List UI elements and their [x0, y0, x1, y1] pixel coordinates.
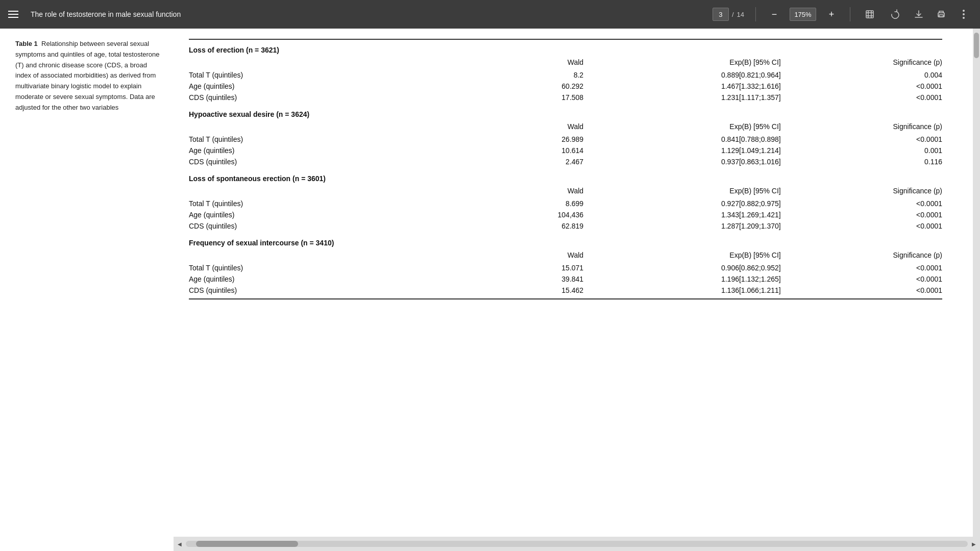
section-title-spontaneous: Loss of spontaneous erection (n = 3601)	[189, 174, 326, 183]
section-header-row: Hypoactive sexual desire (n = 3624)	[189, 103, 942, 120]
page-navigation: / 14	[713, 8, 744, 21]
section-title-loss-erection: Loss of erection (n = 3621)	[189, 46, 279, 54]
table-label: Table 1	[15, 40, 38, 47]
table-row: Total T (quintiles) 8.2 0.889[0.821;0.96…	[189, 69, 942, 81]
table-row: CDS (quintiles) 15.462 1.136[1.066;1.211…	[189, 285, 942, 299]
col-header-row-2: Wald Exp(B) [95% CI] Significance (p)	[189, 120, 942, 134]
table-row: Age (quintiles) 39.841 1.196[1.132;1.265…	[189, 273, 942, 285]
col-expb-2: Exp(B) [95% CI]	[583, 120, 781, 134]
table-row: Total T (quintiles) 26.989 0.841[0.788;0…	[189, 134, 942, 145]
col-sig-3: Significance (p)	[781, 185, 942, 198]
data-table: Loss of erection (n = 3621) Wald Exp(B) …	[189, 39, 942, 299]
page-separator: /	[732, 11, 734, 18]
section-header-row: Frequency of sexual intercourse (n = 341…	[189, 232, 942, 249]
more-options-button[interactable]	[955, 6, 972, 22]
toolbar-right-actions	[911, 6, 972, 22]
page-total: 14	[737, 11, 744, 18]
table-caption-sidebar: Table 1 Relationship between several sex…	[0, 29, 174, 551]
bottom-scrollbar[interactable]: ◀ ▶	[174, 537, 980, 551]
zoom-input[interactable]	[790, 8, 816, 21]
scroll-left-arrow[interactable]: ◀	[176, 539, 184, 549]
page-number-input[interactable]	[713, 8, 729, 21]
col-expb-4: Exp(B) [95% CI]	[583, 249, 781, 262]
right-scrollbar[interactable]	[973, 29, 980, 537]
table-row: Total T (quintiles) 8.699 0.927[0.882;0.…	[189, 198, 942, 209]
rotate-button[interactable]	[886, 6, 902, 22]
col-wald-3: Wald	[440, 185, 583, 198]
print-button[interactable]	[933, 6, 949, 22]
download-button[interactable]	[911, 6, 927, 22]
scrollbar-thumb[interactable]	[974, 33, 979, 58]
col-wald-1: Wald	[440, 56, 583, 69]
section-title-frequency: Frequency of sexual intercourse (n = 341…	[189, 239, 334, 247]
col-wald-2: Wald	[440, 120, 583, 134]
col-expb-1: Exp(B) [95% CI]	[583, 56, 781, 69]
scroll-track[interactable]	[186, 541, 968, 547]
svg-point-3	[963, 10, 965, 12]
zoom-in-button[interactable]: +	[824, 7, 839, 21]
section-title-hypoactive: Hypoactive sexual desire (n = 3624)	[189, 110, 309, 118]
table-row: CDS (quintiles) 17.508 1.231[1.117;1.357…	[189, 92, 942, 103]
divider-2	[850, 7, 850, 21]
document-content: Loss of erection (n = 3621) Wald Exp(B) …	[174, 29, 973, 537]
toolbar: The role of testosterone in male sexual …	[0, 0, 980, 29]
col-sig-1: Significance (p)	[781, 56, 942, 69]
col-sig-2: Significance (p)	[781, 120, 942, 134]
zoom-out-button[interactable]: −	[767, 7, 781, 21]
svg-point-5	[963, 17, 965, 19]
divider-1	[755, 7, 756, 21]
table-caption-text: Relationship between several sexual symp…	[15, 40, 160, 111]
col-wald-4: Wald	[440, 249, 583, 262]
col-expb-3: Exp(B) [95% CI]	[583, 185, 781, 198]
col-header-row-4: Wald Exp(B) [95% CI] Significance (p)	[189, 249, 942, 262]
menu-icon[interactable]	[8, 11, 18, 18]
table-row: CDS (quintiles) 62.819 1.287[1.209;1.370…	[189, 220, 942, 232]
section-header-row: Loss of spontaneous erection (n = 3601)	[189, 167, 942, 185]
table-row: CDS (quintiles) 2.467 0.937[0.863;1.016]…	[189, 156, 942, 167]
col-sig-4: Significance (p)	[781, 249, 942, 262]
table-row: Age (quintiles) 60.292 1.467[1.332;1.616…	[189, 81, 942, 92]
scroll-right-arrow[interactable]: ▶	[970, 539, 978, 549]
scroll-thumb[interactable]	[196, 541, 298, 547]
col-header-row-3: Wald Exp(B) [95% CI] Significance (p)	[189, 185, 942, 198]
section-header-row: Loss of erection (n = 3621)	[189, 39, 942, 56]
document-title: The role of testosterone in male sexual …	[31, 10, 704, 18]
table-row: Age (quintiles) 10.614 1.129[1.049;1.214…	[189, 145, 942, 156]
col-header-row-1: Wald Exp(B) [95% CI] Significance (p)	[189, 56, 942, 69]
table-row: Total T (quintiles) 15.071 0.906[0.862;0…	[189, 262, 942, 273]
svg-rect-2	[939, 15, 943, 17]
fit-page-button[interactable]	[862, 6, 878, 22]
svg-rect-0	[866, 11, 873, 18]
svg-point-4	[963, 13, 965, 15]
table-row: Age (quintiles) 104,436 1.343[1.269;1.42…	[189, 209, 942, 220]
